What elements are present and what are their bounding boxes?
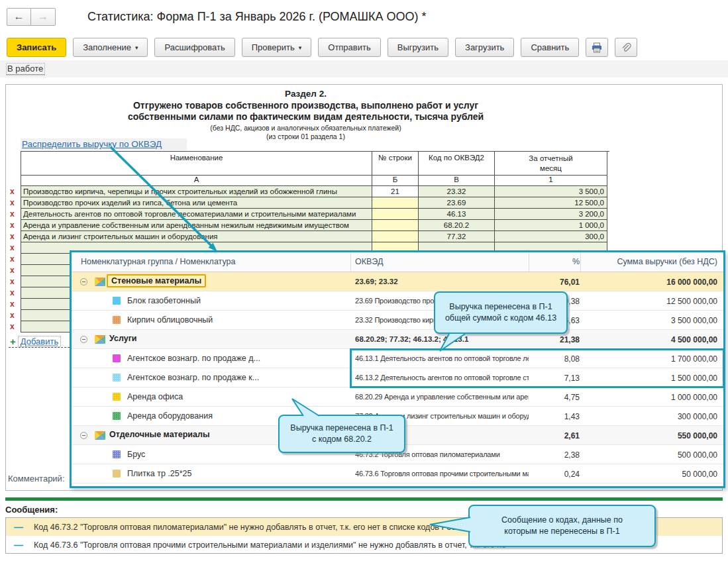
column-header-line: № строки [372,152,419,176]
okved-cell[interactable]: 68.20.2 [419,220,495,231]
title-bar: ← → Статистика: Форма П-1 за Январь 2026… [7,7,427,26]
item-row[interactable]: Блок газобетонный 23.69 Производство про… [72,291,723,311]
unload-button[interactable]: Выгрузить [388,38,448,57]
callout-revenue-4613: Выручка перенесена в П-1 общей суммой с … [434,291,568,334]
line-number-cell[interactable] [372,220,419,231]
app-window: ← → Статистика: Форма П-1 за Январь 2026… [0,0,728,561]
sum-value: 300 000,00 [582,412,717,421]
group-row[interactable]: Стеновые материалы 23.69; 23.32 76,01 16… [72,272,723,291]
nomenclature-group-icon [95,431,105,440]
delete-row-button[interactable]: x [10,322,19,331]
item-name: Агентское вознагр. по продаже к... [127,373,259,382]
collapse-icon[interactable] [80,432,87,439]
send-button[interactable]: Отправить [318,38,380,57]
column-divider [580,252,581,272]
section-title: Раздел 2. [6,89,605,99]
line-number-cell[interactable] [372,197,419,209]
page-title: Статистика: Форма П-1 за Январь 2026 г. … [87,10,427,24]
value-cell[interactable]: 12 500,0 [495,197,607,209]
value-cell[interactable]: 3 500,0 [495,186,607,197]
plus-icon: + [10,336,16,347]
sum-value: 1 000 000,00 [582,393,717,402]
item-row[interactable]: Плитка тр .25*25 46.73.6 Торговля оптова… [72,464,723,484]
okved-cell[interactable]: 23.32 [419,186,495,197]
letter-cell: В [419,176,495,186]
delete-row-button[interactable]: x [10,277,19,286]
toolbar: Записать Заполнение▾ Расшифровать Провер… [7,38,637,57]
callout-tail [289,397,323,417]
item-name: Аренда оборудования [127,411,213,421]
okved-cell[interactable]: 23.69 [419,197,495,209]
popup-col-group: Номенклатурная группа / Номенклатура [81,257,235,266]
delete-row-button[interactable]: x [10,187,19,196]
comment-label: Комментарий: [8,474,65,484]
delete-row-button[interactable]: x [10,198,19,207]
sum-value: 4 500 000,00 [582,335,717,344]
section-note-1: (без НДС, акцизов и аналогичных обязател… [6,124,605,132]
callout-tail [428,514,472,534]
forward-button[interactable]: → [31,8,56,26]
line-number-cell[interactable]: 21 [372,186,419,197]
fill-button[interactable]: Заполнение▾ [73,38,148,57]
collapse-icon[interactable] [80,278,87,285]
percent-value: 0,24 [535,470,580,479]
callout-text: Выручка перенесена в П-1 [449,301,552,313]
column-divider [350,252,351,272]
sum-value: 500 000,00 [582,450,717,460]
delete-row-button[interactable]: x [10,288,19,297]
okved-cell[interactable]: 77.32 [419,231,495,242]
line-number-cell[interactable] [372,209,419,220]
okved-cell[interactable]: 46.13 [419,209,495,220]
percent-value: 2,38 [535,450,580,460]
annotation-arrow [93,139,225,258]
delete-row-button[interactable]: x [10,266,19,275]
attach-button[interactable] [615,38,637,57]
item-name: Кирпич облицовочный [127,315,213,325]
back-button[interactable]: ← [7,8,31,26]
decipher-button[interactable]: Расшифровать [154,38,234,57]
collapse-icon[interactable] [80,336,87,343]
delete-row-button[interactable]: x [10,221,19,230]
delete-row-button[interactable]: x [10,243,19,252]
popup-col-sum: Сумма выручки (без НДС) [582,257,717,266]
print-button[interactable] [586,38,608,57]
callout-text: с кодом 68.20.2 [312,434,372,446]
save-button[interactable]: Записать [7,38,66,57]
sum-value: 3 500 000,00 [582,316,717,325]
status-link[interactable]: В работе [7,64,44,75]
group-name: Отделочные материалы [109,430,210,439]
column-header-month: За отчетный месяц [521,154,581,174]
percent-value: 1,43 [535,412,580,421]
delete-row-button[interactable]: x [10,232,19,241]
delete-row-button[interactable]: x [10,299,19,309]
compare-button[interactable]: Сравнить [521,38,579,57]
load-button[interactable]: Загрузить [455,38,514,57]
popup-col-okved: ОКВЭД [355,257,383,266]
nomenclature-item-icon [113,470,121,478]
item-row[interactable]: Аренда офиса 68.20.29 Аренда и управлени… [72,387,723,407]
group-row[interactable]: Услуги 68.20.29; 77.32; 46.13.2; 46.13.1… [72,330,723,349]
fill-button-label: Заполнение [83,42,131,52]
value-cell[interactable]: 300,0 [495,231,607,242]
percent-value: 4,75 [535,393,580,402]
item-row[interactable]: Кирпич облицовочный 23.32 Производство к… [72,311,723,330]
sum-value: 12 500 000,00 [582,297,717,306]
column-header-okved: Код по ОКВЭД2 [419,152,495,176]
chevron-down-icon: ▾ [135,44,138,51]
callout-tail [437,332,469,352]
check-button[interactable]: Проверить▾ [242,38,312,57]
message-text: Код 46.73.6 "Торговля оптовая прочими ст… [34,540,506,550]
section-subtitle-2: собственными силами по фактическим видам… [6,111,605,122]
paperclip-icon [621,42,631,53]
add-row-link[interactable]: Добавить [19,336,60,346]
delete-row-button[interactable]: x [10,209,19,219]
delete-row-button[interactable]: x [10,311,19,320]
value-cell[interactable]: 3 200,0 [495,209,607,220]
sum-value: 16 000 000,00 [582,278,717,287]
line-number-cell[interactable] [372,231,419,242]
splitter[interactable] [9,347,73,348]
delete-row-button[interactable]: x [10,254,19,264]
message-dash-icon: — [14,522,23,533]
value-cell[interactable]: 1 000,0 [495,220,607,231]
item-name: Аренда офиса [127,392,183,401]
